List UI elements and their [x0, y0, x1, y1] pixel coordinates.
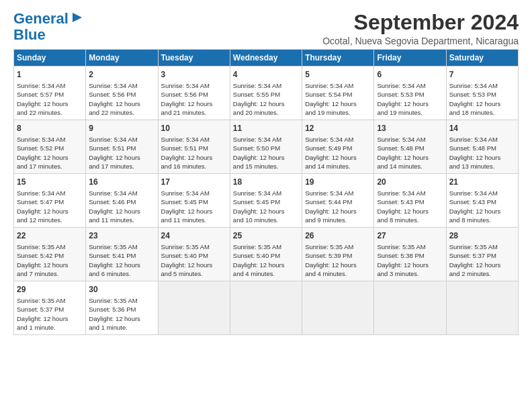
day-number: 2: [89, 69, 154, 81]
logo-general: General: [13, 11, 69, 27]
calendar-cell: 19Sunrise: 5:34 AMSunset: 5:44 PMDayligh…: [302, 174, 374, 228]
logo-arrow-icon: [71, 11, 83, 24]
calendar-week-1: 1Sunrise: 5:34 AMSunset: 5:57 PMDaylight…: [14, 66, 519, 120]
day-number: 15: [17, 177, 83, 188]
day-info-line: Sunset: 5:48 PM: [449, 144, 515, 152]
day-info-line: and 3 minutes.: [377, 269, 443, 278]
calendar-cell: 30Sunrise: 5:35 AMSunset: 5:36 PMDayligh…: [86, 281, 158, 335]
day-info-line: Sunrise: 5:34 AM: [161, 81, 227, 90]
svg-marker-0: [73, 13, 82, 22]
day-info-line: and 14 minutes.: [305, 162, 371, 171]
day-info-line: Sunset: 5:53 PM: [377, 90, 443, 99]
day-info-line: Sunset: 5:36 PM: [89, 305, 154, 314]
day-info-line: Sunrise: 5:34 AM: [377, 189, 443, 197]
location-title: Ocotal, Nueva Segovia Department, Nicara…: [322, 36, 519, 46]
header-wednesday: Wednesday: [230, 50, 302, 66]
header-tuesday: Tuesday: [158, 50, 230, 66]
day-info-line: Sunrise: 5:35 AM: [89, 242, 154, 251]
day-info-line: Daylight: 12 hours: [449, 99, 515, 108]
day-info-line: Sunset: 5:55 PM: [233, 90, 299, 99]
day-info-line: Sunrise: 5:35 AM: [89, 296, 154, 305]
day-info-line: and 17 minutes.: [89, 162, 154, 171]
day-info-line: and 9 minutes.: [305, 216, 371, 224]
day-info-line: Daylight: 12 hours: [233, 207, 299, 216]
logo-blue: Blue: [13, 27, 46, 43]
calendar-cell: 1Sunrise: 5:34 AMSunset: 5:57 PMDaylight…: [14, 66, 86, 120]
day-info-line: Sunrise: 5:34 AM: [17, 189, 83, 197]
calendar-cell: 8Sunrise: 5:34 AMSunset: 5:52 PMDaylight…: [14, 120, 86, 174]
day-info-line: and 17 minutes.: [17, 162, 83, 171]
day-info-line: and 12 minutes.: [17, 216, 83, 224]
day-info-line: Daylight: 12 hours: [377, 207, 443, 216]
day-info-line: Sunset: 5:57 PM: [17, 90, 83, 99]
day-info-line: and 13 minutes.: [449, 162, 515, 171]
day-info-line: Sunset: 5:52 PM: [17, 144, 83, 152]
day-info-line: Daylight: 12 hours: [233, 153, 299, 162]
day-info-line: Daylight: 12 hours: [305, 261, 371, 269]
day-number: 18: [233, 177, 299, 188]
day-info-line: and 15 minutes.: [233, 162, 299, 171]
calendar-cell: 27Sunrise: 5:35 AMSunset: 5:38 PMDayligh…: [374, 228, 446, 281]
calendar-cell: 12Sunrise: 5:34 AMSunset: 5:49 PMDayligh…: [302, 120, 374, 174]
day-number: 16: [89, 177, 154, 188]
day-info-line: Sunrise: 5:34 AM: [305, 81, 371, 90]
day-info-line: Daylight: 12 hours: [233, 261, 299, 269]
day-info-line: Sunset: 5:49 PM: [305, 144, 371, 152]
day-number: 29: [17, 284, 83, 295]
calendar-cell: 25Sunrise: 5:35 AMSunset: 5:40 PMDayligh…: [230, 228, 302, 281]
day-number: 22: [17, 230, 83, 242]
day-info-line: Sunrise: 5:34 AM: [89, 135, 154, 144]
calendar-week-5: 29Sunrise: 5:35 AMSunset: 5:37 PMDayligh…: [14, 281, 519, 335]
calendar-cell: 21Sunrise: 5:34 AMSunset: 5:43 PMDayligh…: [446, 174, 518, 228]
calendar-cell: [302, 281, 374, 335]
day-number: 21: [449, 177, 515, 188]
day-info-line: and 10 minutes.: [233, 216, 299, 224]
day-info-line: Sunrise: 5:34 AM: [305, 135, 371, 144]
day-info-line: Sunset: 5:37 PM: [449, 251, 515, 260]
day-info-line: Sunset: 5:50 PM: [233, 144, 299, 152]
day-info-line: Sunrise: 5:34 AM: [233, 81, 299, 90]
day-info-line: and 1 minute.: [17, 323, 83, 332]
day-info-line: Sunrise: 5:34 AM: [89, 189, 154, 197]
day-info-line: Sunrise: 5:34 AM: [161, 135, 227, 144]
day-info-line: Sunset: 5:51 PM: [89, 144, 154, 152]
day-number: 26: [305, 230, 371, 242]
calendar-cell: 6Sunrise: 5:34 AMSunset: 5:53 PMDaylight…: [374, 66, 446, 120]
calendar-cell: [230, 281, 302, 335]
day-info-line: Daylight: 12 hours: [449, 207, 515, 216]
day-info-line: Daylight: 12 hours: [17, 314, 83, 323]
day-info-line: Sunrise: 5:35 AM: [161, 242, 227, 251]
calendar-cell: 26Sunrise: 5:35 AMSunset: 5:39 PMDayligh…: [302, 228, 374, 281]
day-info-line: Sunset: 5:51 PM: [161, 144, 227, 152]
day-info-line: Sunrise: 5:35 AM: [449, 242, 515, 251]
day-info-line: Daylight: 12 hours: [449, 153, 515, 162]
calendar-cell: 11Sunrise: 5:34 AMSunset: 5:50 PMDayligh…: [230, 120, 302, 174]
day-info-line: and 19 minutes.: [377, 108, 443, 117]
day-number: 12: [305, 123, 371, 134]
day-info-line: and 4 minutes.: [233, 269, 299, 278]
calendar-week-4: 22Sunrise: 5:35 AMSunset: 5:42 PMDayligh…: [14, 228, 519, 281]
day-info-line: Daylight: 12 hours: [89, 153, 154, 162]
calendar-cell: [374, 281, 446, 335]
day-info-line: Sunset: 5:41 PM: [89, 251, 154, 260]
day-info-line: Daylight: 12 hours: [89, 99, 154, 108]
day-info-line: Sunrise: 5:35 AM: [17, 242, 83, 251]
day-number: 24: [161, 230, 227, 242]
day-number: 10: [161, 123, 227, 134]
day-info-line: Sunset: 5:56 PM: [161, 90, 227, 99]
day-info-line: Sunrise: 5:34 AM: [305, 189, 371, 197]
day-info-line: Sunrise: 5:34 AM: [89, 81, 154, 90]
day-info-line: and 8 minutes.: [377, 216, 443, 224]
day-info-line: Daylight: 12 hours: [377, 99, 443, 108]
header-friday: Friday: [374, 50, 446, 66]
day-info-line: Sunrise: 5:34 AM: [449, 189, 515, 197]
calendar-cell: 2Sunrise: 5:34 AMSunset: 5:56 PMDaylight…: [86, 66, 158, 120]
day-info-line: Daylight: 12 hours: [377, 261, 443, 269]
calendar-table: SundayMondayTuesdayWednesdayThursdayFrid…: [13, 49, 519, 335]
logo-text-block: General Blue: [13, 11, 83, 43]
day-info-line: and 5 minutes.: [161, 269, 227, 278]
day-info-line: Daylight: 12 hours: [233, 99, 299, 108]
day-info-line: Daylight: 12 hours: [17, 99, 83, 108]
day-info-line: Sunrise: 5:35 AM: [17, 296, 83, 305]
day-info-line: Daylight: 12 hours: [305, 207, 371, 216]
